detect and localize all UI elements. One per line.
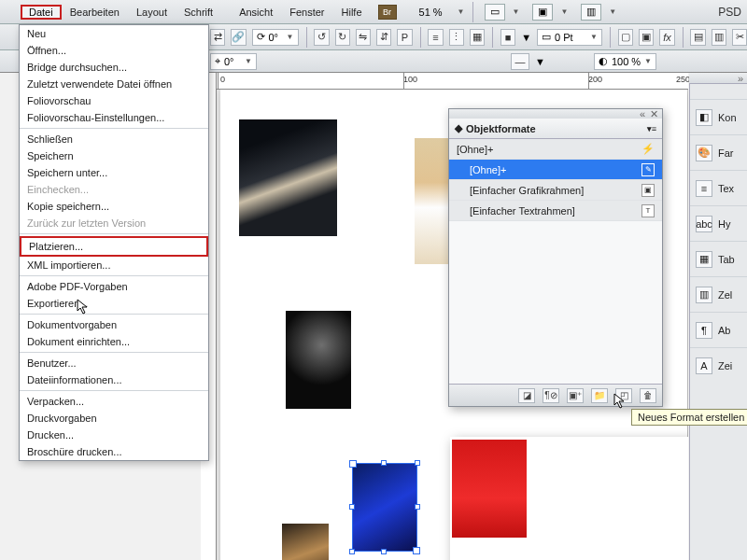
align-icon[interactable]: ≡ [428, 29, 443, 46]
dock-item[interactable]: AZei [690, 347, 747, 383]
bridge-badge[interactable]: Br [378, 5, 397, 20]
crop-icon[interactable]: ✂ [732, 29, 747, 46]
style-row-graphic[interactable]: [Einfacher Grafikrahmen] ▣ [449, 180, 662, 201]
link-icon[interactable]: ⇄ [210, 29, 225, 46]
menu-schrift[interactable]: Schrift [176, 5, 221, 20]
folder-icon[interactable]: 📁 [591, 388, 608, 403]
paragraph-icon[interactable]: P [397, 29, 412, 46]
frame-icon: ▣ [641, 184, 655, 197]
opt-3-icon[interactable]: ▤ [690, 29, 705, 46]
dock-item[interactable]: ≡Tex [690, 170, 747, 205]
stroke-weight-field[interactable]: ▭0 Pt▼ [537, 29, 602, 46]
chain-icon[interactable]: 🔗 [231, 29, 246, 46]
placed-image[interactable] [282, 524, 329, 560]
style-row-none[interactable]: [Ohne]+ ✎ [449, 160, 662, 180]
new-style-icon[interactable]: ◰ [615, 388, 632, 403]
stroke-style-icon[interactable]: — [511, 53, 529, 70]
trash-icon[interactable]: 🗑 [640, 388, 656, 403]
dock-item[interactable]: ◧Kon [690, 99, 747, 134]
placed-image[interactable] [286, 311, 351, 409]
color-icon: 🎨 [696, 145, 712, 161]
style-row-text[interactable]: [Einfacher Textrahmen] T [449, 201, 662, 221]
mi-dokument-einrichten[interactable]: Dokument einrichten... [20, 333, 208, 350]
mi-folio-settings[interactable]: Foliovorschau-Einstellungen... [20, 109, 208, 126]
ruler-mark: 0 [220, 75, 225, 84]
mi-pdf-vorgaben[interactable]: Adobe PDF-Vorgaben [20, 278, 208, 295]
clear-override-icon[interactable]: ◪ [518, 388, 535, 403]
menu-hilfe[interactable]: Hilfe [333, 5, 371, 20]
view-mode-icon[interactable]: ▭ [485, 4, 505, 21]
menu-ansicht[interactable]: Ansicht [231, 5, 281, 20]
menu-datei[interactable]: Datei [21, 5, 62, 20]
flash-icon[interactable]: ⚡ [641, 143, 655, 155]
selected-image-frame[interactable] [352, 463, 417, 552]
rotate-cw-icon[interactable]: ↻ [335, 29, 350, 46]
mi-neu[interactable]: Neu [20, 25, 208, 42]
mi-foliovorschau[interactable]: Foliovorschau [20, 92, 208, 109]
dock-expand-icon[interactable]: » [738, 73, 743, 83]
menu-fenster[interactable]: Fenster [281, 5, 332, 20]
opt-2-icon[interactable]: ▣ [639, 29, 654, 46]
mi-speichern[interactable]: Speichern [20, 147, 208, 164]
arrange-icon[interactable]: ▥ [581, 4, 601, 21]
opt-4-icon[interactable]: ▥ [712, 29, 726, 46]
dock-item[interactable]: ¶Ab [690, 312, 747, 347]
clear-attr-icon[interactable]: ¶⊘ [543, 388, 559, 403]
zoom-dropdown-icon[interactable]: ▼ [458, 7, 465, 16]
fx-icon[interactable]: fx [659, 29, 674, 46]
object-styles-panel[interactable]: « ✕ ◆ Objektformate ▾≡ [Ohne]+ ⚡ [Ohne]+… [448, 108, 663, 407]
mi-schliessen[interactable]: Schließen [20, 131, 208, 147]
wrap-icon[interactable]: ▦ [470, 29, 485, 46]
new-group-icon[interactable]: ▣⁺ [567, 388, 584, 403]
mi-einchecken: Einchecken... [20, 181, 208, 198]
rotate-ccw-icon[interactable]: ↺ [314, 29, 329, 46]
horizontal-ruler: 0 100 200 250 [217, 73, 688, 90]
zoom-level[interactable]: 51 % [414, 5, 448, 20]
mi-broschuere[interactable]: Broschüre drucken... [20, 443, 208, 460]
mi-exportieren[interactable]: Exportieren... [20, 295, 208, 312]
right-dock: ◧Kon 🎨Far ≡Tex abcHy ▦Tab ▥Zel ¶Ab AZei [689, 73, 747, 560]
mi-recent[interactable]: Zuletzt verwendete Datei öffnen [20, 76, 208, 92]
mi-bridge[interactable]: Bridge durchsuchen... [20, 59, 208, 76]
cell-icon: ▥ [696, 287, 712, 303]
shear-field[interactable]: ⌖0°▼ [210, 53, 257, 70]
dock-item[interactable]: 🎨Far [690, 134, 747, 170]
screen-mode-icon[interactable]: ▣ [532, 4, 553, 21]
pencil-icon: ✎ [641, 163, 655, 176]
mi-drucken[interactable]: Drucken... [20, 427, 208, 443]
opt-1-icon[interactable]: ▢ [618, 29, 633, 46]
mi-xml-import[interactable]: XML importieren... [20, 257, 208, 273]
document-type-label: PSD [718, 6, 741, 19]
ruler-mark: 200 [588, 75, 602, 84]
mi-verpacken[interactable]: Verpacken... [20, 393, 208, 410]
mi-benutzer[interactable]: Benutzer... [20, 355, 208, 371]
fill-icon[interactable]: ■ [500, 29, 515, 46]
text-icon: ≡ [696, 180, 712, 197]
contour-icon: ◧ [696, 109, 712, 126]
mi-druckvorgaben[interactable]: Druckvorgaben [20, 410, 208, 427]
mi-revert: Zurück zur letzten Version [20, 215, 208, 231]
dock-item[interactable]: ▦Tab [690, 241, 747, 276]
menu-layout[interactable]: Layout [128, 5, 176, 20]
mi-kopie-speichern[interactable]: Kopie speichern... [20, 198, 208, 215]
mi-platzieren[interactable]: Platzieren... [20, 236, 208, 257]
mi-dateiinfo[interactable]: Dateiinformationen... [20, 371, 208, 388]
diamond-icon: ◆ [455, 122, 462, 134]
panel-tab[interactable]: ◆ Objektformate ▾≡ [449, 119, 662, 139]
distribute-icon[interactable]: ⋮ [449, 29, 464, 46]
ruler-mark: 250 [676, 75, 690, 84]
flip-v-icon[interactable]: ⇵ [376, 29, 391, 46]
dock-item[interactable]: ▥Zel [690, 276, 747, 312]
flip-h-icon[interactable]: ⇋ [356, 29, 371, 46]
placed-image[interactable] [452, 440, 527, 538]
mi-speichern-unter[interactable]: Speichern unter... [20, 164, 208, 181]
table-icon: ▦ [696, 251, 712, 268]
placed-image[interactable] [239, 119, 337, 236]
rotation-field[interactable]: ⟳0°▼ [252, 29, 299, 46]
mi-dokumentvorgaben[interactable]: Dokumentvorgaben [20, 316, 208, 333]
mi-oeffnen[interactable]: Öffnen... [20, 42, 208, 59]
opacity-field[interactable]: ◐100 %▼ [594, 53, 656, 70]
menu-bearbeiten[interactable]: Bearbeiten [62, 5, 128, 20]
panel-menu-icon[interactable]: ▾≡ [647, 124, 656, 133]
dock-item[interactable]: abcHy [690, 205, 747, 241]
